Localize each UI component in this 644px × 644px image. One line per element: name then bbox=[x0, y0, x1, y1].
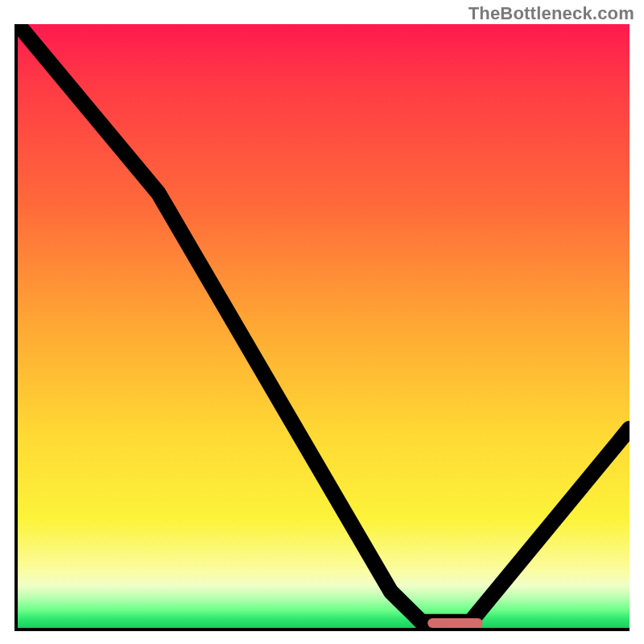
plot-area bbox=[14, 24, 630, 631]
curve-overlay bbox=[18, 24, 630, 628]
watermark-text: TheBottleneck.com bbox=[469, 3, 634, 24]
bottleneck-chart: TheBottleneck.com bbox=[0, 0, 644, 644]
optimal-marker bbox=[427, 618, 482, 628]
bottleneck-curve-path bbox=[18, 24, 630, 622]
